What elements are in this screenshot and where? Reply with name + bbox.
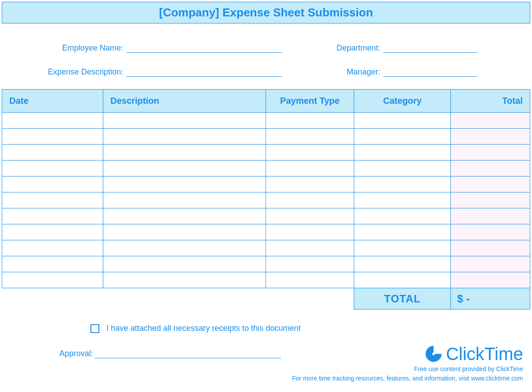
footer: ClickTime Free use content provided by C… bbox=[292, 344, 523, 383]
table-row bbox=[2, 176, 530, 192]
receipts-text: I have attached all necessary receipts t… bbox=[106, 324, 301, 333]
table-row bbox=[2, 208, 530, 224]
footer-line2: For more time tracking resources, featur… bbox=[292, 374, 523, 383]
cell-total[interactable] bbox=[451, 145, 530, 161]
cell-total[interactable] bbox=[451, 256, 530, 272]
table-header-row: Date Description Payment Type Category T… bbox=[2, 90, 530, 113]
cell-category[interactable] bbox=[354, 256, 451, 272]
table-row bbox=[2, 161, 530, 176]
cell-date[interactable] bbox=[2, 113, 103, 129]
header-category: Category bbox=[354, 90, 451, 113]
department-input[interactable] bbox=[383, 43, 477, 53]
table-row bbox=[2, 113, 530, 129]
header-payment-type: Payment Type bbox=[266, 90, 354, 113]
manager-label: Manager: bbox=[294, 67, 383, 77]
page-title: [Company] Expense Sheet Submission bbox=[2, 2, 530, 24]
table-row bbox=[2, 129, 530, 145]
cell-total[interactable] bbox=[451, 129, 530, 145]
clicktime-icon bbox=[424, 344, 443, 364]
cell-total[interactable] bbox=[451, 272, 530, 288]
cell-date[interactable] bbox=[2, 161, 103, 176]
expense-description-label: Expense Description: bbox=[28, 67, 126, 77]
cell-date[interactable] bbox=[2, 272, 103, 288]
employee-name-input[interactable] bbox=[126, 43, 282, 53]
cell-payment_type[interactable] bbox=[266, 176, 354, 192]
cell-total[interactable] bbox=[451, 161, 530, 176]
cell-category[interactable] bbox=[354, 113, 451, 129]
cell-category[interactable] bbox=[354, 272, 451, 288]
header-total: Total bbox=[451, 90, 530, 113]
department-label: Department: bbox=[294, 43, 383, 53]
cell-description[interactable] bbox=[103, 272, 266, 288]
cell-payment_type[interactable] bbox=[266, 192, 354, 208]
table-row bbox=[2, 272, 530, 288]
cell-category[interactable] bbox=[354, 176, 451, 192]
cell-total[interactable] bbox=[451, 224, 530, 240]
table-row bbox=[2, 256, 530, 272]
cell-payment_type[interactable] bbox=[266, 208, 354, 224]
cell-description[interactable] bbox=[103, 208, 266, 224]
footer-line1: Free use content provided by ClickTime bbox=[292, 365, 523, 374]
total-row: TOTAL $ - bbox=[2, 288, 530, 310]
info-fields: Employee Name: Department: Expense Descr… bbox=[2, 43, 530, 77]
cell-date[interactable] bbox=[2, 240, 103, 256]
svg-point-0 bbox=[432, 353, 435, 355]
receipts-checkbox[interactable] bbox=[90, 324, 99, 333]
cell-category[interactable] bbox=[354, 192, 451, 208]
cell-description[interactable] bbox=[103, 176, 266, 192]
employee-name-label: Employee Name: bbox=[28, 43, 126, 53]
cell-date[interactable] bbox=[2, 256, 103, 272]
table-row bbox=[2, 192, 530, 208]
header-description: Description bbox=[103, 90, 266, 113]
cell-description[interactable] bbox=[103, 192, 266, 208]
cell-date[interactable] bbox=[2, 224, 103, 240]
cell-payment_type[interactable] bbox=[266, 129, 354, 145]
cell-payment_type[interactable] bbox=[266, 240, 354, 256]
header-date: Date bbox=[2, 90, 103, 113]
brand-logo: ClickTime bbox=[292, 344, 523, 364]
cell-payment_type[interactable] bbox=[266, 272, 354, 288]
manager-input[interactable] bbox=[383, 67, 477, 77]
total-value: $ - bbox=[451, 288, 530, 310]
approval-input[interactable] bbox=[95, 349, 281, 358]
table-row bbox=[2, 240, 530, 256]
cell-payment_type[interactable] bbox=[266, 145, 354, 161]
cell-category[interactable] bbox=[354, 145, 451, 161]
receipts-confirmation: I have attached all necessary receipts t… bbox=[2, 324, 530, 333]
cell-payment_type[interactable] bbox=[266, 113, 354, 129]
cell-category[interactable] bbox=[354, 208, 451, 224]
cell-description[interactable] bbox=[103, 113, 266, 129]
cell-description[interactable] bbox=[103, 129, 266, 145]
cell-payment_type[interactable] bbox=[266, 161, 354, 176]
cell-payment_type[interactable] bbox=[266, 224, 354, 240]
cell-date[interactable] bbox=[2, 192, 103, 208]
cell-date[interactable] bbox=[2, 145, 103, 161]
cell-total[interactable] bbox=[451, 176, 530, 192]
cell-payment_type[interactable] bbox=[266, 256, 354, 272]
table-row bbox=[2, 224, 530, 240]
cell-category[interactable] bbox=[354, 240, 451, 256]
cell-description[interactable] bbox=[103, 240, 266, 256]
approval-label: Approval: bbox=[59, 349, 93, 358]
cell-date[interactable] bbox=[2, 208, 103, 224]
expense-description-input[interactable] bbox=[126, 67, 282, 77]
cell-description[interactable] bbox=[103, 145, 266, 161]
cell-category[interactable] bbox=[354, 129, 451, 145]
cell-description[interactable] bbox=[103, 161, 266, 176]
cell-total[interactable] bbox=[451, 240, 530, 256]
cell-total[interactable] bbox=[451, 192, 530, 208]
cell-date[interactable] bbox=[2, 176, 103, 192]
expense-table: Date Description Payment Type Category T… bbox=[2, 89, 530, 310]
cell-category[interactable] bbox=[354, 161, 451, 176]
cell-description[interactable] bbox=[103, 224, 266, 240]
cell-total[interactable] bbox=[451, 208, 530, 224]
cell-category[interactable] bbox=[354, 224, 451, 240]
brand-name: ClickTime bbox=[446, 344, 523, 364]
table-row bbox=[2, 145, 530, 161]
cell-total[interactable] bbox=[451, 113, 530, 129]
cell-description[interactable] bbox=[103, 256, 266, 272]
total-label: TOTAL bbox=[354, 288, 451, 310]
cell-date[interactable] bbox=[2, 129, 103, 145]
